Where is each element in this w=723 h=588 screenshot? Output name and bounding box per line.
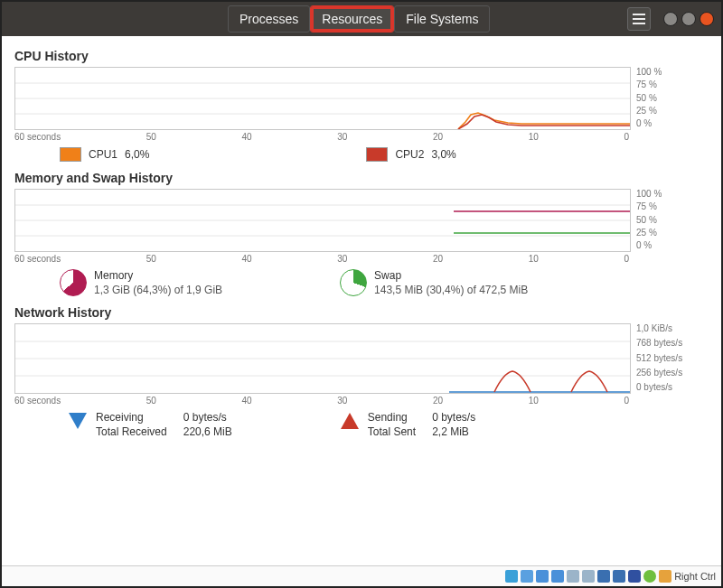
- total-received-label: Total Received: [96, 425, 167, 438]
- minimize-button[interactable]: [663, 12, 678, 26]
- vm-recording-icon[interactable]: [597, 570, 610, 583]
- vm-mouse-icon[interactable]: [659, 570, 671, 583]
- memory-chart[interactable]: [14, 189, 631, 252]
- swap-label: Swap: [374, 269, 528, 282]
- total-sent-value: 2,2 MiB: [432, 425, 475, 438]
- window-controls: [663, 12, 714, 26]
- vm-additions-icon[interactable]: [643, 570, 656, 583]
- vm-network-icon[interactable]: [551, 570, 564, 583]
- sending-legend[interactable]: Sending 0 bytes/s Total Sent 2,2 MiB: [341, 411, 475, 438]
- cpu-xaxis: 60 seconds 50 40 30 20 10 0: [14, 132, 629, 142]
- network-history-title: Network History: [14, 305, 709, 320]
- swap-pie-icon: [340, 269, 367, 296]
- memory-pie-icon: [60, 269, 87, 296]
- memory-history-title: Memory and Swap History: [14, 171, 709, 185]
- cpu1-value: 6,0%: [125, 148, 149, 161]
- vm-host-key: Right Ctrl: [674, 571, 716, 582]
- system-monitor-window: Processes Resources File Systems CPU His…: [0, 0, 723, 588]
- tab-resources[interactable]: Resources: [310, 5, 394, 33]
- cpu2-swatch-icon: [366, 147, 388, 162]
- content-area: CPU History 100 % 75 % 50 % 25 % 0 %: [2, 36, 721, 438]
- download-arrow-icon: [69, 413, 87, 429]
- vm-optical-icon[interactable]: [521, 570, 533, 583]
- cpu1-legend[interactable]: CPU1 6,0%: [60, 147, 149, 162]
- vm-usb-icon[interactable]: [536, 570, 549, 583]
- cpu-history-title: CPU History: [14, 49, 709, 63]
- receiving-label: Receiving: [96, 411, 167, 424]
- swap-legend[interactable]: Swap 143,5 MiB (30,4%) of 472,5 MiB: [340, 269, 528, 296]
- hamburger-icon: [633, 14, 645, 24]
- cpu2-legend[interactable]: CPU2 3,0%: [366, 147, 455, 162]
- network-chart[interactable]: [14, 323, 631, 394]
- cpu-chart[interactable]: [14, 67, 631, 130]
- upload-arrow-icon: [341, 413, 359, 429]
- cpu2-label: CPU2: [395, 148, 424, 161]
- cpu2-value: 3,0%: [431, 148, 455, 161]
- sending-rate: 0 bytes/s: [432, 411, 475, 424]
- swap-detail: 143,5 MiB (30,4%) of 472,5 MiB: [374, 284, 528, 296]
- vm-audio-icon[interactable]: [613, 570, 625, 583]
- hamburger-menu-button[interactable]: [627, 7, 651, 31]
- close-button[interactable]: [700, 12, 714, 26]
- vm-hdd-icon[interactable]: [505, 570, 518, 583]
- total-received-value: 220,6 MiB: [183, 425, 232, 438]
- vm-clipboard-icon[interactable]: [628, 570, 641, 583]
- total-sent-label: Total Sent: [368, 425, 416, 438]
- vm-status-bar: Right Ctrl: [2, 565, 721, 586]
- memory-detail: 1,3 GiB (64,3%) of 1,9 GiB: [94, 284, 222, 296]
- svg-rect-1: [633, 18, 645, 20]
- vm-shared-folder-icon[interactable]: [567, 570, 579, 583]
- receiving-rate: 0 bytes/s: [183, 411, 232, 424]
- receiving-legend[interactable]: Receiving 0 bytes/s Total Received 220,6…: [69, 411, 232, 438]
- svg-rect-0: [633, 14, 645, 15]
- mem-yaxis: 100 % 75 % 50 % 25 % 0 %: [631, 189, 662, 250]
- headerbar: Processes Resources File Systems: [2, 2, 721, 36]
- net-xaxis: 60 seconds 50 40 30 20 10 0: [14, 396, 629, 406]
- memory-label: Memory: [94, 269, 222, 282]
- vm-display-icon[interactable]: [582, 570, 595, 583]
- svg-rect-2: [633, 23, 645, 24]
- net-yaxis: 1,0 KiB/s 768 bytes/s 512 bytes/s 256 by…: [631, 323, 682, 392]
- sending-label: Sending: [368, 411, 416, 424]
- cpu1-label: CPU1: [89, 148, 117, 161]
- maximize-button[interactable]: [681, 12, 696, 26]
- mem-xaxis: 60 seconds 50 40 30 20 10 0: [14, 254, 629, 264]
- tab-processes[interactable]: Processes: [228, 5, 310, 33]
- cpu1-swatch-icon: [60, 147, 81, 162]
- tab-file-systems[interactable]: File Systems: [394, 5, 490, 33]
- cpu-yaxis: 100 % 75 % 50 % 25 % 0 %: [631, 67, 662, 128]
- view-switcher: Processes Resources File Systems: [228, 5, 490, 33]
- memory-legend[interactable]: Memory 1,3 GiB (64,3%) of 1,9 GiB: [60, 269, 222, 296]
